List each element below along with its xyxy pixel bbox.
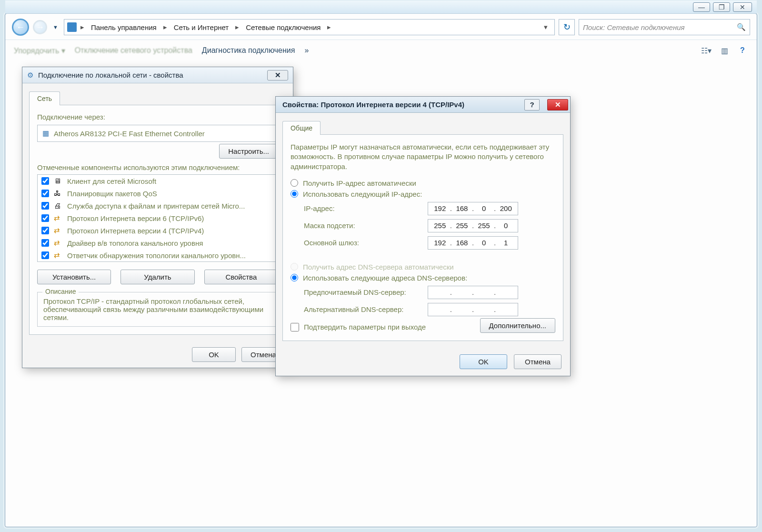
address-dropdown[interactable]: ▾ [540, 21, 551, 33]
cancel-button[interactable]: Отмена [514, 354, 561, 369]
list-item[interactable]: 🖥 Клиент для сетей Microsoft [38, 175, 278, 187]
preferred-dns-field[interactable]: . . . [428, 286, 518, 299]
radio-input[interactable] [291, 179, 298, 187]
ip-octet[interactable]: 255 [432, 221, 448, 230]
radio-manual-dns[interactable]: Использовать следующие адреса DNS-сервер… [291, 274, 555, 282]
component-checkbox[interactable] [41, 227, 49, 234]
nic-icon: ▦ [42, 129, 49, 138]
dialog-footer: OK Отмена [276, 348, 570, 376]
scheduler-icon: 🖧 [54, 189, 62, 198]
radio-manual-ip[interactable]: Использовать следующий IP-адрес: [291, 190, 555, 198]
breadcrumb-segment[interactable]: Сетевые подключения [243, 21, 323, 33]
history-dropdown[interactable]: ▼ [51, 24, 60, 30]
properties-button[interactable]: Свойства [204, 270, 278, 284]
component-checkbox[interactable] [41, 239, 49, 247]
component-label: Протокол Интернета версии 6 (TCP/IPv6) [67, 214, 204, 222]
maximize-button[interactable]: ❐ [713, 2, 730, 12]
ip-octet[interactable]: 168 [454, 239, 470, 247]
ok-button[interactable]: OK [192, 347, 236, 362]
component-list[interactable]: 🖥 Клиент для сетей Microsoft 🖧 Планировщ… [37, 174, 278, 262]
radio-auto-dns[interactable]: Получить адрес DNS-сервера автоматически [291, 263, 555, 271]
ip-octet[interactable]: 192 [432, 204, 448, 212]
list-item[interactable]: ⇄ Ответчик обнаружения топологии канальн… [38, 249, 278, 261]
close-button[interactable]: ✕ [267, 70, 288, 80]
adapter-box[interactable]: ▦ Atheros AR8132 PCI-E Fast Ethernet Con… [37, 125, 278, 142]
component-label: Служба доступа к файлам и принтерам сете… [67, 202, 245, 210]
location-icon [67, 22, 77, 32]
component-label: Планировщик пакетов QoS [67, 190, 157, 198]
tab-general[interactable]: Общие [282, 121, 321, 135]
ip-address-field[interactable]: 192. 168. 0. 200 [428, 202, 518, 215]
client-icon: 🖥 [54, 177, 62, 185]
component-label: Драйвер в/в тополога канального уровня [67, 239, 203, 247]
install-button[interactable]: Установить... [37, 270, 111, 284]
tab-network[interactable]: Сеть [29, 91, 60, 105]
address-bar[interactable]: ▸ Панель управления ▸ Сеть и Интернет ▸ … [64, 19, 555, 35]
ip-octet[interactable]: 0 [476, 239, 492, 247]
radio-label: Получить IP-адрес автоматически [303, 179, 416, 187]
advanced-button[interactable]: Дополнительно... [480, 318, 555, 333]
radio-input[interactable] [291, 190, 298, 198]
toolbar-overflow[interactable]: » [304, 46, 309, 55]
uninstall-button[interactable]: Удалить [120, 270, 194, 284]
tab-strip: Общие [282, 120, 563, 135]
list-item[interactable]: 🖨 Служба доступа к файлам и принтерам се… [38, 200, 278, 212]
ip-octet[interactable]: 0 [498, 221, 514, 230]
components-caption: Отмеченные компоненты используются этим … [37, 163, 278, 171]
dialog-title: Свойства: Протокол Интернета версии 4 (T… [282, 100, 464, 109]
share-icon: 🖨 [54, 201, 62, 210]
help-button[interactable]: ? [524, 99, 540, 110]
help-button[interactable]: ? [737, 45, 748, 56]
dialog-footer: OK Отмена [22, 341, 293, 368]
gateway-field[interactable]: 192. 168. 0. 1 [428, 236, 518, 250]
disable-device-button[interactable]: Отключение сетевого устройства [75, 46, 192, 55]
info-paragraph: Параметры IP могут назначаться автоматич… [291, 142, 555, 171]
component-label: Протокол Интернета версии 4 (TCP/IPv4) [67, 227, 204, 235]
component-checkbox[interactable] [41, 177, 49, 185]
ip-octet[interactable]: 1 [498, 239, 514, 247]
breadcrumb-segment[interactable]: Панель управления [88, 21, 160, 33]
pane-icon: ▥ [721, 46, 728, 55]
ip-octet[interactable]: 0 [476, 204, 492, 212]
organize-menu[interactable]: Упорядочить ▾ [14, 46, 65, 55]
radio-input[interactable] [291, 274, 298, 281]
component-checkbox[interactable] [41, 202, 49, 210]
checkbox-input[interactable] [291, 323, 299, 331]
back-button[interactable]: ← [12, 19, 29, 36]
ip-octet[interactable]: 200 [498, 204, 514, 212]
ok-button[interactable]: OK [460, 354, 507, 369]
ip-octet[interactable]: 255 [454, 221, 470, 230]
dialog-title: Подключение по локальной сети - свойства [38, 71, 183, 79]
component-checkbox[interactable] [41, 214, 49, 222]
ip-octet[interactable]: 168 [454, 204, 470, 212]
protocol-icon: ⇄ [54, 214, 62, 222]
subnet-mask-field[interactable]: 255. 255. 255. 0 [428, 219, 518, 232]
alternate-dns-field[interactable]: . . . [428, 303, 518, 316]
breadcrumb-segment[interactable]: Сеть и Интернет [171, 21, 232, 33]
radio-label: Получить адрес DNS-сервера автоматически [303, 263, 454, 271]
preview-pane-button[interactable]: ▥ [719, 45, 730, 56]
ip-grid: IP-адрес: 192. 168. 0. 200 Маска подсети… [304, 202, 555, 250]
close-button[interactable]: ✕ [547, 99, 568, 110]
ip-octet[interactable]: 192 [432, 239, 448, 247]
description-group: Описание Протокол TCP/IP - стандартный п… [37, 292, 278, 327]
list-item[interactable]: 🖧 Планировщик пакетов QoS [38, 187, 278, 200]
refresh-button[interactable]: ↻ [559, 19, 575, 35]
close-button[interactable]: ✕ [733, 2, 752, 12]
connect-using-label: Подключение через: [37, 113, 278, 121]
component-checkbox[interactable] [41, 190, 49, 197]
list-item[interactable]: ⇄ Драйвер в/в тополога канального уровня [38, 237, 278, 249]
list-item[interactable]: ⇄ Протокол Интернета версии 6 (TCP/IPv6) [38, 212, 278, 224]
minimize-button[interactable]: — [693, 2, 710, 12]
forward-button[interactable]: → [33, 20, 47, 34]
diagnose-connection-button[interactable]: Диагностика подключения [202, 46, 295, 55]
configure-button[interactable]: Настроить... [219, 144, 278, 159]
radio-auto-ip[interactable]: Получить IP-адрес автоматически [291, 179, 555, 187]
view-options-button[interactable]: ☷ ▾ [701, 45, 712, 56]
component-checkbox[interactable] [41, 251, 49, 259]
component-label: Ответчик обнаружения топологии канальног… [67, 251, 246, 260]
ip-octet[interactable]: 255 [476, 221, 492, 230]
search-input[interactable]: Поиск: Сетевые подключения 🔍 [579, 19, 750, 35]
list-item[interactable]: ⇄ Протокол Интернета версии 4 (TCP/IPv4) [38, 224, 278, 237]
explorer-titlebar: — ❐ ✕ [5, 0, 757, 14]
